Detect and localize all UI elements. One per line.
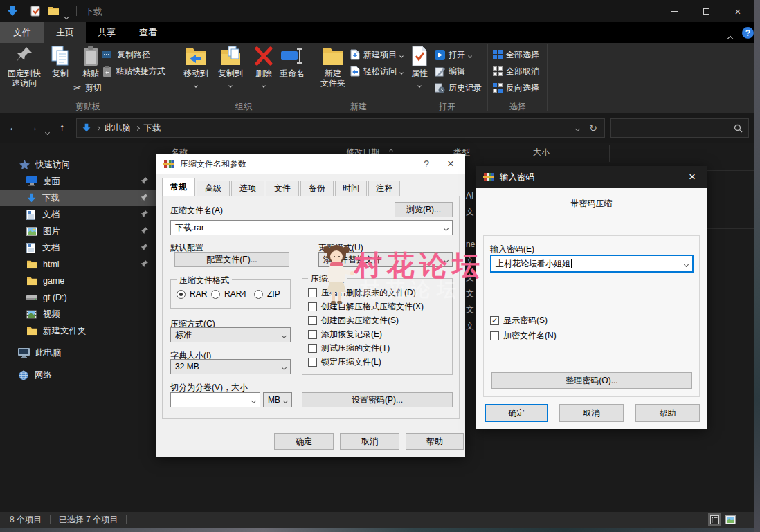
paste-button[interactable]: 粘贴 <box>76 46 105 78</box>
tab-general[interactable]: 常规 <box>162 178 195 196</box>
titlebar-separator <box>76 6 77 16</box>
sidebar-item-html[interactable]: html <box>0 256 158 273</box>
tab-view[interactable]: 查看 <box>127 22 169 43</box>
breadcrumb-this-pc[interactable]: 此电脑 <box>105 122 131 134</box>
archive-ok-button[interactable]: 确定 <box>274 433 334 450</box>
archive-dialog-titlebar: 压缩文件名和参数 ? × <box>156 154 465 174</box>
address-dropdown-icon[interactable] <box>576 123 579 133</box>
split-unit-combobox[interactable]: MB <box>263 392 292 407</box>
new-item-button[interactable]: 新建项目 <box>350 48 403 61</box>
password-help-button[interactable]: 帮助 <box>635 404 700 422</box>
history-button[interactable]: 历史记录 <box>435 82 482 94</box>
tab-file[interactable]: 文件 <box>0 22 44 43</box>
cut-item[interactable]: ✂ 剪切 <box>73 82 102 94</box>
collapse-ribbon-icon[interactable] <box>728 31 732 44</box>
archive-name-combobox[interactable]: 下载.rar <box>170 220 453 235</box>
breadcrumb-downloads[interactable]: 下载 <box>144 122 161 134</box>
archive-cancel-button[interactable]: 取消 <box>340 433 399 450</box>
delete-button[interactable]: 删除 <box>251 46 277 89</box>
pin-to-quick-access-button[interactable]: 固定到快 速访问 <box>4 46 44 88</box>
move-to-button[interactable]: 移动到 <box>180 46 212 89</box>
tab-files[interactable]: 文件 <box>266 181 299 196</box>
forward-icon[interactable]: → <box>28 121 38 133</box>
dropdown-icon <box>262 80 265 89</box>
quick-access-toolbar-chevron-icon[interactable] <box>64 9 69 21</box>
sidebar-item-this-pc[interactable]: 此电脑 <box>0 345 158 361</box>
sidebar-item-quick-access[interactable]: 快速访问 <box>0 156 158 173</box>
maximize-button[interactable] <box>690 0 722 22</box>
tab-advanced[interactable]: 高级 <box>197 181 230 196</box>
checkbox-recovery-record[interactable]: 添加恢复记录(E) <box>308 329 382 340</box>
paste-shortcut-item[interactable]: 粘贴快捷方式 <box>102 65 165 77</box>
dictionary-size-combobox[interactable]: 32 MB <box>170 359 291 374</box>
close-button[interactable]: × <box>722 0 754 22</box>
copy-to-button[interactable]: 复制到 <box>215 46 246 89</box>
easy-access-button[interactable]: 轻松访问 <box>350 65 403 77</box>
details-view-button[interactable] <box>708 513 721 526</box>
edit-button[interactable]: 编辑 <box>435 65 465 77</box>
sidebar-item-new-folder[interactable]: 新建文件夹 <box>0 322 158 339</box>
copy-path-item[interactable]: 复制路径 <box>102 48 150 61</box>
invert-selection-button[interactable]: 反向选择 <box>493 82 539 94</box>
ribbon-inner-separator <box>248 44 248 105</box>
up-icon[interactable]: ↑ <box>60 121 65 133</box>
checkbox-lock[interactable]: 锁定压缩文件(L) <box>308 356 381 368</box>
sidebar-item-game[interactable]: game <box>0 273 158 289</box>
compression-method-combobox[interactable]: 标准 <box>170 327 291 342</box>
properties-quick-icon[interactable] <box>30 6 41 17</box>
sidebar-item-downloads[interactable]: 下载 <box>0 190 158 206</box>
sidebar-item-documents[interactable]: 文档 <box>0 206 158 223</box>
dialog-help-icon[interactable]: ? <box>424 158 429 169</box>
rename-button[interactable]: 重命名 <box>277 46 307 78</box>
browse-button[interactable]: 浏览(B)... <box>395 202 453 217</box>
dialog-close-icon[interactable]: × <box>689 170 696 184</box>
copy-button[interactable]: 复制 <box>46 46 75 78</box>
split-volumes-combobox[interactable] <box>170 392 260 407</box>
sidebar-item-desktop[interactable]: 桌面 <box>0 173 158 190</box>
checkbox-encrypt-names[interactable]: 加密文件名(N) <box>490 330 557 342</box>
column-separator[interactable] <box>609 145 610 162</box>
new-folder-quick-icon[interactable] <box>48 6 60 16</box>
tab-comment[interactable]: 注释 <box>368 181 400 196</box>
sidebar-item-drive-d[interactable]: gt (D:) <box>0 289 158 306</box>
select-none-button[interactable]: 全部取消 <box>493 65 539 77</box>
open-button[interactable]: 打开 <box>435 48 471 61</box>
checkbox-show-password[interactable]: ✓ 显示密码(S) <box>490 315 548 327</box>
set-password-button[interactable]: 设置密码(P)... <box>302 392 453 407</box>
dialog-close-icon[interactable]: × <box>447 157 454 171</box>
minimize-button[interactable] <box>658 0 690 22</box>
column-header-size[interactable]: 大小 <box>533 147 550 158</box>
password-dialog: 输入密码 × 带密码压缩 输入密码(E) 上村花论坛看小姐姐 ✓ 显示密码(S)… <box>476 166 707 429</box>
tab-options[interactable]: 选项 <box>231 181 264 196</box>
radio-rar4[interactable]: RAR4 <box>211 289 246 299</box>
radio-zip[interactable]: ZIP <box>254 289 280 299</box>
properties-button[interactable]: 属性 <box>406 46 433 89</box>
tab-share[interactable]: 共享 <box>86 22 127 43</box>
tab-backup[interactable]: 备份 <box>300 181 334 196</box>
help-icon[interactable]: ? <box>742 27 754 39</box>
sidebar-item-documents-2[interactable]: 文档 <box>0 239 158 256</box>
checkbox-test[interactable]: 测试压缩的文件(T) <box>308 342 390 354</box>
recent-locations-icon[interactable] <box>46 125 49 136</box>
refresh-icon[interactable]: ↻ <box>589 122 597 134</box>
sidebar-item-network[interactable]: 网络 <box>0 367 158 383</box>
sidebar-item-pictures[interactable]: 图片 <box>0 223 158 239</box>
tab-time[interactable]: 时间 <box>335 181 367 196</box>
address-box[interactable]: 此电脑 下载 ↻ <box>76 118 605 138</box>
password-ok-button[interactable]: 确定 <box>485 404 548 422</box>
search-box[interactable] <box>610 118 749 138</box>
password-input-combobox[interactable]: 上村花论坛看小姐姐 <box>490 255 694 273</box>
column-separator[interactable] <box>523 145 523 162</box>
back-icon[interactable]: ← <box>8 121 19 133</box>
password-cancel-button[interactable]: 取消 <box>559 404 624 422</box>
checkbox-solid[interactable]: 创建固实压缩文件(S) <box>308 315 399 327</box>
thumbnail-view-button[interactable] <box>724 513 737 526</box>
sidebar-item-videos[interactable]: 视频 <box>0 306 158 322</box>
profiles-button[interactable]: 配置文件(F)... <box>174 252 289 267</box>
organize-passwords-button[interactable]: 整理密码(O)... <box>491 372 692 389</box>
tab-home[interactable]: 主页 <box>44 22 86 43</box>
archive-help-button[interactable]: 帮助 <box>406 433 464 450</box>
radio-rar[interactable]: RAR <box>177 289 207 299</box>
new-folder-button[interactable]: 新建 文件夹 <box>314 46 352 88</box>
select-all-button[interactable]: 全部选择 <box>493 48 539 61</box>
